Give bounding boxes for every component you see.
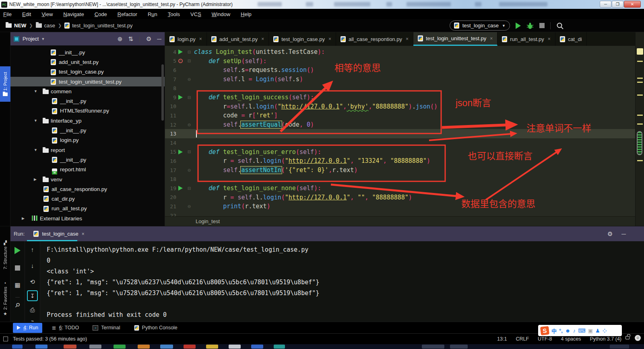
warning-stripe-mark[interactable] [637,82,643,83]
close-icon[interactable]: × [548,36,551,42]
warning-stripe-mark[interactable] [637,123,643,125]
tree-item-cat-dir-py[interactable]: cat_dir.py [10,194,165,203]
breadcrumb-item[interactable]: case [36,23,55,29]
tree-item-linterface-yp[interactable]: ▼linterface_yp [10,116,165,125]
hector-highlighting-icon[interactable]: ☺ [635,335,641,341]
ime-emoji-icon[interactable]: ☻ [565,328,571,334]
print-icon[interactable]: ⎙ [25,306,40,314]
hide-panel-icon[interactable]: ─ [621,230,626,238]
stop-button[interactable] [539,23,545,28]
close-icon[interactable]: × [406,36,409,42]
fold-marker[interactable]: ⊟ [184,95,194,100]
inspection-status-square[interactable] [637,48,643,55]
menu-item-vcs[interactable]: VCS [190,11,201,17]
editor-breadcrumb[interactable]: Login_test [165,216,644,226]
down-stack-trace-icon[interactable]: ↓ [25,262,40,269]
tree-item-venv[interactable]: ▶venv [10,174,165,184]
ime-chinese-mode-icon[interactable]: 中 [551,327,557,335]
chevron-expanded-icon[interactable]: ▼ [34,119,37,123]
editor-error-stripe[interactable] [635,32,644,226]
editor-tab-test-login-case-py[interactable]: test_login_case.py× [269,32,336,46]
menu-item-window[interactable]: Window [212,11,230,17]
up-stack-trace-icon[interactable]: ↑ [25,246,40,253]
taskbar-app-icon[interactable] [206,345,218,349]
override-gutter-icon[interactable]: ↑ [176,59,184,63]
menu-item-view[interactable]: View [41,11,53,17]
gear-icon[interactable]: ⚙ [146,35,151,43]
menu-item-code[interactable]: Code [95,11,107,17]
tool-window-button-python-console[interactable]: Python Console [130,323,182,333]
tree-item-add-unit-test-py[interactable]: add_unit_test.py [10,57,165,67]
restore-button[interactable]: ❐ [612,1,623,8]
editor-tab-cat-di[interactable]: cat_di [555,32,587,46]
minimize-button[interactable]: ─ [600,1,611,8]
fold-marker[interactable]: ⊟ [184,150,194,154]
menu-item-navigate[interactable]: Navigate [63,11,84,17]
close-button[interactable]: ✕ [624,1,641,8]
menu-item-help[interactable]: Help [241,11,252,17]
menu-item-file[interactable]: File [3,11,12,17]
taskbar-app-icon[interactable] [138,345,150,349]
taskbar-app-icon[interactable] [422,345,444,349]
ime-account-icon[interactable]: ▣ [588,328,593,334]
chevron-collapsed-icon[interactable]: ▶ [22,216,25,220]
locate-icon[interactable]: ⊕ [118,35,123,43]
sogou-logo-icon[interactable]: S [540,326,549,335]
search-everywhere-icon[interactable] [556,22,564,29]
menu-item-tools[interactable]: Tools [168,11,180,17]
tree-item-commen[interactable]: ▼commen [10,86,165,96]
chevron-expanded-icon[interactable]: ▼ [34,148,37,152]
taskbar-app-icon[interactable] [184,345,196,349]
gear-icon[interactable]: ⚙ [607,230,613,238]
taskbar-app-icon[interactable] [160,345,173,349]
run-button[interactable] [516,23,521,29]
menu-item-run[interactable]: Run [148,11,157,17]
fold-marker[interactable]: ⊖ [184,77,194,82]
tool-window-toggle-icon[interactable] [3,337,8,341]
editor-scrollbar-thumb[interactable] [637,131,642,155]
taskbar-app-icon[interactable] [251,345,263,349]
write-access-unlock-icon[interactable] [625,336,630,339]
run-configuration-select[interactable]: test_login_case ▼ [450,21,510,31]
taskbar-app-icon[interactable] [12,345,23,349]
ime-keyboard-icon[interactable]: ⌨ [578,328,586,334]
editor-tab-all-case-respontion-py[interactable]: all_case_respontion.py× [336,32,413,46]
taskbar-app-icon[interactable] [89,345,101,349]
tree-item--init-py[interactable]: __init__.py [10,155,165,164]
ime-toolbox-icon[interactable]: ⁘ [603,328,607,334]
line-separator-widget[interactable]: CRLF [516,336,529,342]
project-scrollbar[interactable] [161,64,164,121]
sidebar-item-structure[interactable]: ▞ 7: Structure [0,240,10,269]
ime-skin-icon[interactable]: ♟ [595,328,600,334]
warning-stripe-mark[interactable] [637,94,643,96]
tree-item-htmltestrunner-py[interactable]: HTMLTestRunner.py [10,106,165,116]
ime-punctuation-icon[interactable]: °, [559,328,563,334]
close-icon[interactable]: × [199,36,202,42]
breadcrumb-item[interactable]: test_login_unittest_test.py [64,23,132,29]
close-icon[interactable]: × [261,36,264,42]
tree-item--init-py[interactable]: __init__.py [10,125,165,135]
warning-stripe-mark[interactable] [637,160,643,161]
taskbar-app-icon[interactable] [114,345,126,349]
fold-marker[interactable]: ⊟ [184,186,194,191]
taskbar-app-icon[interactable] [64,345,76,349]
taskbar-app-icon[interactable] [610,345,629,349]
sidebar-item-project[interactable]: 1: Project [0,66,10,102]
fold-marker[interactable]: ⊖ [184,123,194,127]
breadcrumb-item[interactable]: NEW [6,23,26,29]
run-test-gutter-icon[interactable] [176,186,184,191]
tree-item-all-case-respontion-py[interactable]: all_case_respontion.py [10,184,165,194]
run-test-gutter-icon[interactable] [176,150,184,154]
soft-wrap-icon[interactable]: ⟲ [25,278,40,285]
editor-tab-add-unit-test-py[interactable]: add_unit_test.py× [207,32,269,46]
tree-item-run-all-test-py[interactable]: run_all_test.py [10,204,165,214]
tree-item-external-libraries[interactable]: ▶External Libraries [10,214,165,223]
fold-marker[interactable]: ⊟ [184,59,194,63]
restore-layout-icon[interactable]: ▦ [10,281,25,289]
chevron-expanded-icon[interactable]: ▼ [34,89,37,93]
editor-tab-test-login-unittest-test-py[interactable]: test_login_unittest_test.py× [413,32,497,46]
ime-voice-icon[interactable]: ♪ [573,328,576,334]
warning-stripe-mark[interactable] [637,115,643,116]
caret-position-widget[interactable]: 13:1 [497,336,507,342]
taskbar-app-icon[interactable] [35,345,47,349]
